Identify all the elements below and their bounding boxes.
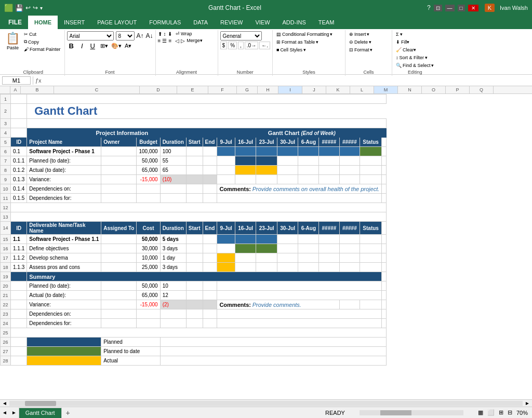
cell-start[interactable] <box>186 244 203 253</box>
decrease-font-icon[interactable]: A↓ <box>146 32 153 39</box>
cell-name[interactable]: Actual (to date): <box>27 291 101 300</box>
indent-decrease-button[interactable]: ◁ <box>175 38 179 44</box>
cell[interactable] <box>203 319 217 328</box>
close-icon[interactable]: ✕ <box>468 5 478 11</box>
align-bottom-button[interactable]: ⬇ <box>168 31 172 37</box>
view-normal-icon[interactable]: ⬜ <box>487 409 495 416</box>
bold-button[interactable]: B <box>67 42 76 50</box>
cell-id[interactable]: 0.1.5 <box>11 194 27 203</box>
cell[interactable] <box>11 281 27 291</box>
cell-id[interactable]: 0.1.3 <box>11 175 27 184</box>
cell-budget[interactable] <box>137 194 160 203</box>
cell-cost[interactable] <box>137 319 160 328</box>
cell[interactable] <box>160 338 387 347</box>
insert-button[interactable]: ⊕ Insert ▾ <box>348 31 371 37</box>
tab-view[interactable]: VIEW <box>249 16 276 29</box>
cell-end[interactable] <box>203 147 217 156</box>
comma-button[interactable]: , <box>238 42 244 49</box>
scroll-right-icon[interactable]: ► <box>523 400 532 406</box>
cell-assigned[interactable] <box>101 244 137 253</box>
cell[interactable] <box>11 95 27 104</box>
cell[interactable] <box>186 291 203 300</box>
tab-page-layout[interactable]: PAGE LAYOUT <box>91 16 143 29</box>
cell[interactable] <box>203 291 217 300</box>
cell[interactable] <box>382 281 387 291</box>
cell[interactable] <box>11 356 27 366</box>
fill-color-button[interactable]: 🎨▾ <box>111 43 122 49</box>
cell-duration[interactable]: 5 days <box>160 235 186 244</box>
cell-name[interactable]: Actual (to date): <box>27 166 101 175</box>
cell[interactable] <box>360 175 381 184</box>
cell[interactable] <box>382 184 387 194</box>
cell-name[interactable]: Variance: <box>27 300 101 309</box>
number-format-select[interactable]: General <box>220 31 262 41</box>
border-button[interactable]: ⊞▾ <box>100 43 108 49</box>
font-color-button[interactable]: A▾ <box>125 43 131 49</box>
restore-icon[interactable]: ⊡ <box>434 5 442 11</box>
cell[interactable] <box>186 300 203 309</box>
cell[interactable] <box>186 319 203 328</box>
cell[interactable] <box>11 300 27 309</box>
cell[interactable] <box>382 166 387 175</box>
cell[interactable] <box>382 309 387 319</box>
cell-id[interactable]: 1.1.2 <box>11 253 27 263</box>
cell-id[interactable]: 0.1 <box>11 147 27 156</box>
cell[interactable] <box>186 309 203 319</box>
align-center-button[interactable]: ☰ <box>162 38 167 44</box>
find-select-button[interactable]: 🔍 Find & Select ▾ <box>394 62 436 69</box>
cell[interactable] <box>160 347 387 356</box>
redo-icon[interactable]: ↪ <box>33 4 38 11</box>
cell-budget[interactable] <box>137 184 160 194</box>
cell[interactable] <box>11 119 27 128</box>
tab-home[interactable]: HOME <box>28 16 58 29</box>
cell-end[interactable] <box>203 194 217 203</box>
cell-assigned[interactable] <box>101 281 137 291</box>
sheet-tab-gantt[interactable]: Gantt Chart <box>19 408 62 418</box>
cell-duration[interactable]: 1 day <box>160 253 186 263</box>
cell[interactable] <box>382 222 387 235</box>
cell[interactable] <box>360 244 381 253</box>
cell-cost[interactable] <box>137 309 160 319</box>
cell-budget[interactable]: -15,000 <box>137 175 160 184</box>
cell-end[interactable] <box>203 263 217 272</box>
cell-name[interactable]: Assess pros and cons <box>27 263 101 272</box>
cell-name[interactable]: Software Project - Phase 1.1 <box>27 235 101 244</box>
cell[interactable] <box>382 272 387 281</box>
format-as-table-button[interactable]: ⊞ Format as Table ▾ <box>275 39 320 45</box>
cell-end[interactable] <box>203 184 217 194</box>
cell-end[interactable] <box>203 235 217 244</box>
cell[interactable] <box>203 300 217 309</box>
add-sheet-button[interactable]: + <box>63 408 73 418</box>
fill-button[interactable]: ⬇ Fill▾ <box>394 39 411 45</box>
cell-duration[interactable]: 3 days <box>160 244 186 253</box>
cell[interactable] <box>217 291 382 300</box>
cell-owner[interactable] <box>101 175 137 184</box>
cell-id[interactable]: 0.1.4 <box>11 184 27 194</box>
italic-button[interactable]: I <box>79 42 85 50</box>
align-top-button[interactable]: ⬆ <box>158 31 162 37</box>
cell-assigned[interactable] <box>101 291 137 300</box>
tab-team[interactable]: TEAM <box>312 16 341 29</box>
cell-start[interactable] <box>186 147 203 156</box>
cell-end[interactable] <box>203 244 217 253</box>
currency-button[interactable]: $ <box>220 42 228 49</box>
cell[interactable] <box>217 309 382 319</box>
cell[interactable] <box>11 104 27 119</box>
cell-styles-button[interactable]: ■ Cell Styles ▾ <box>275 47 308 53</box>
cell[interactable] <box>11 203 387 212</box>
cell-name[interactable]: Planned (to date): <box>27 156 101 166</box>
cell[interactable] <box>382 138 387 147</box>
cell[interactable] <box>11 338 27 347</box>
autosum-button[interactable]: Σ ▾ <box>394 31 404 37</box>
cell-owner[interactable] <box>101 156 137 166</box>
tab-addins[interactable]: ADD-INS <box>276 16 312 29</box>
cell-id[interactable]: 0.1.1 <box>11 156 27 166</box>
cell-start[interactable] <box>186 166 203 175</box>
maximize-icon[interactable]: □ <box>458 5 465 11</box>
tab-data[interactable]: DATA <box>187 16 214 29</box>
cell-assigned[interactable] <box>101 300 137 309</box>
formula-input[interactable] <box>44 77 530 84</box>
increase-font-icon[interactable]: A↑ <box>137 32 144 39</box>
cell-owner[interactable] <box>101 166 137 175</box>
cell[interactable] <box>217 281 382 291</box>
